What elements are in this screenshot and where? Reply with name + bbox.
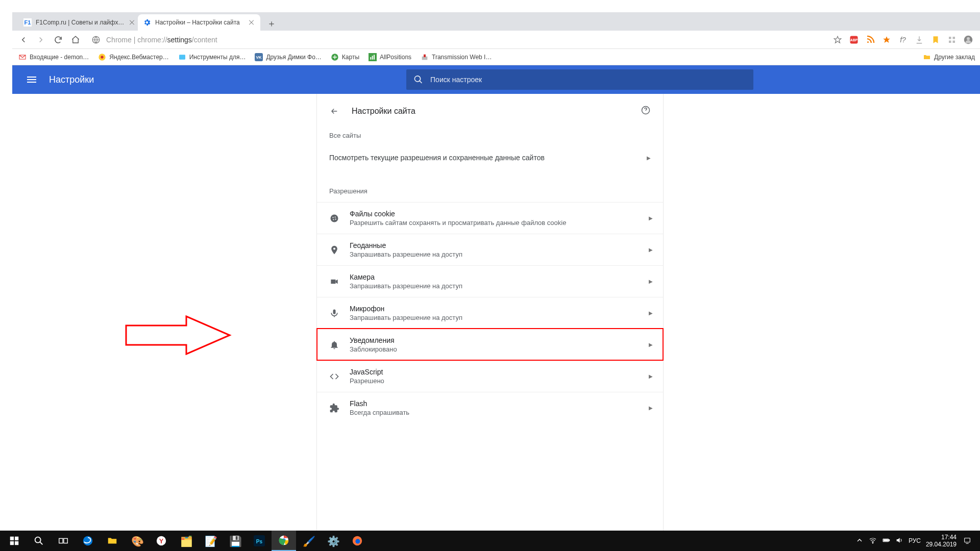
tray-clock[interactable]: 17:44 29.04.2019 — [926, 534, 957, 548]
ext-star-icon[interactable] — [882, 35, 891, 44]
bookmark-tools[interactable]: Инструменты для… — [178, 53, 246, 61]
reload-button[interactable] — [53, 35, 63, 45]
settings-header: Настройки — [0, 65, 980, 94]
allpositions-icon — [369, 53, 377, 61]
abp-icon[interactable]: ABP — [849, 35, 859, 44]
taskbar-firefox[interactable] — [345, 531, 370, 551]
download-icon[interactable] — [915, 35, 924, 44]
permission-title: JavaScript — [350, 368, 384, 376]
close-icon[interactable] — [248, 19, 255, 26]
tray-date: 29.04.2019 — [926, 541, 957, 548]
search-icon — [413, 74, 423, 85]
settings-search[interactable] — [406, 69, 753, 90]
vk-icon: VK — [255, 53, 263, 61]
taskbar-app-4[interactable]: 💾 — [223, 531, 247, 551]
tray-wifi-icon[interactable] — [869, 536, 877, 546]
bookmark-vk[interactable]: VKДрузья Димки Фо… — [255, 53, 321, 61]
site-info-icon[interactable] — [91, 35, 101, 45]
permission-title: Камера — [350, 273, 462, 281]
settings-content-card: Настройки сайта Все сайты Посмотреть тек… — [316, 94, 664, 531]
gmail-icon — [18, 53, 27, 61]
permission-title: Файлы cookie — [350, 210, 566, 218]
tray-battery-icon[interactable] — [882, 536, 890, 546]
permission-title: Геоданные — [350, 241, 462, 249]
taskbar-chrome[interactable] — [272, 531, 296, 551]
taskbar-photoshop[interactable]: Ps — [247, 531, 272, 551]
bookmark-label: Входящие - demon… — [30, 54, 89, 61]
puzzle-icon — [329, 403, 339, 413]
permission-row-location[interactable]: ГеоданныеЗапрашивать разрешение на досту… — [317, 234, 663, 265]
back-arrow-icon[interactable] — [329, 106, 339, 116]
back-button[interactable] — [18, 35, 29, 45]
svg-rect-15 — [179, 55, 185, 59]
tray-language[interactable]: РУС — [909, 537, 921, 544]
svg-point-35 — [35, 537, 41, 543]
taskbar-app-2[interactable]: 🗂️ — [174, 531, 198, 551]
bookmark-transmission[interactable]: Transmission Web I… — [421, 53, 492, 61]
task-view[interactable] — [51, 531, 76, 551]
menu-button[interactable] — [26, 73, 38, 86]
permission-row-bell[interactable]: УведомленияЗаблокировано▶ — [317, 329, 663, 360]
profile-avatar[interactable] — [964, 35, 973, 44]
permission-row-camera[interactable]: КамераЗапрашивать разрешение на доступ▶ — [317, 265, 663, 297]
bookmark-other[interactable]: Другие заклад — [923, 53, 975, 61]
microphone-icon — [329, 308, 339, 318]
svg-rect-7 — [949, 40, 951, 43]
close-icon[interactable] — [129, 19, 136, 26]
svg-rect-36 — [59, 538, 63, 543]
forward-button[interactable] — [36, 35, 46, 45]
favicon-f1: F1 — [23, 18, 32, 27]
apps-icon[interactable] — [947, 35, 957, 44]
start-button[interactable] — [2, 531, 27, 551]
svg-rect-5 — [949, 37, 951, 39]
row-label: Посмотреть текущие разрешения и сохранен… — [329, 154, 545, 162]
settings-search-input[interactable] — [429, 75, 746, 84]
settings-brand: Настройки — [49, 74, 94, 85]
svg-point-27 — [332, 217, 333, 218]
taskbar-edge[interactable] — [76, 531, 100, 551]
svg-point-47 — [872, 542, 873, 543]
taskbar-search[interactable] — [27, 531, 51, 551]
taskbar-app-3[interactable]: 📝 — [198, 531, 223, 551]
star-bookmark-icon[interactable] — [833, 35, 842, 44]
new-tab-button[interactable]: ＋ — [264, 16, 279, 31]
chevron-right-icon: ▶ — [649, 215, 653, 221]
rss-icon[interactable] — [866, 35, 875, 44]
bookmark-gmail[interactable]: Входящие - demon… — [18, 53, 89, 61]
row-view-permissions[interactable]: Посмотреть текущие разрешения и сохранен… — [317, 146, 663, 176]
permission-title: Уведомления — [350, 336, 397, 344]
permission-subtitle: Разрешено — [350, 377, 384, 385]
bookmark-allpositions[interactable]: AllPositions — [369, 53, 411, 61]
ext-bookmark-icon[interactable] — [931, 35, 940, 44]
tab-settings[interactable]: Настройки – Настройки сайта — [138, 14, 260, 31]
tab-f1comp[interactable]: F1 F1Comp.ru | Советы и лайфхаки — [18, 14, 141, 31]
folder-icon — [923, 53, 931, 61]
taskbar-app-5[interactable]: 🖌️ — [296, 531, 321, 551]
ext-f-icon[interactable]: f? — [898, 35, 908, 44]
tray-notifications-icon[interactable] — [962, 531, 973, 551]
tray-time: 17:44 — [941, 534, 957, 541]
svg-point-30 — [335, 218, 336, 219]
permission-row-puzzle[interactable]: FlashВсегда спрашивать▶ — [317, 392, 663, 423]
taskbar-app-6[interactable]: ⚙️ — [321, 531, 345, 551]
code-icon — [329, 371, 339, 382]
bookmark-maps[interactable]: Карты — [331, 53, 359, 61]
tray-volume-icon[interactable] — [895, 536, 903, 546]
address-bar[interactable]: Chrome | chrome://settings/content — [88, 35, 826, 45]
svg-point-4 — [867, 41, 869, 43]
taskbar-explorer[interactable] — [100, 531, 125, 551]
svg-rect-33 — [10, 541, 14, 545]
home-button[interactable] — [70, 35, 81, 45]
tray-chevron-icon[interactable] — [855, 536, 864, 546]
taskbar-app-1[interactable]: 🎨 — [125, 531, 149, 551]
bookmark-yandex[interactable]: Яндекс.Вебмастер… — [98, 53, 168, 61]
taskbar-yandex[interactable]: Y — [149, 531, 174, 551]
help-icon[interactable] — [641, 105, 651, 117]
chevron-right-icon: ▶ — [649, 310, 653, 316]
bookmark-label: Инструменты для… — [189, 54, 246, 61]
permission-row-code[interactable]: JavaScriptРазрешено▶ — [317, 360, 663, 392]
permission-row-mic[interactable]: МикрофонЗапрашивать разрешение на доступ… — [317, 297, 663, 329]
bookmark-label: Яндекс.Вебмастер… — [109, 54, 168, 61]
permission-row-cookie[interactable]: Файлы cookieРазрешить сайтам сохранять и… — [317, 202, 663, 234]
permission-subtitle: Всегда спрашивать — [350, 409, 409, 416]
